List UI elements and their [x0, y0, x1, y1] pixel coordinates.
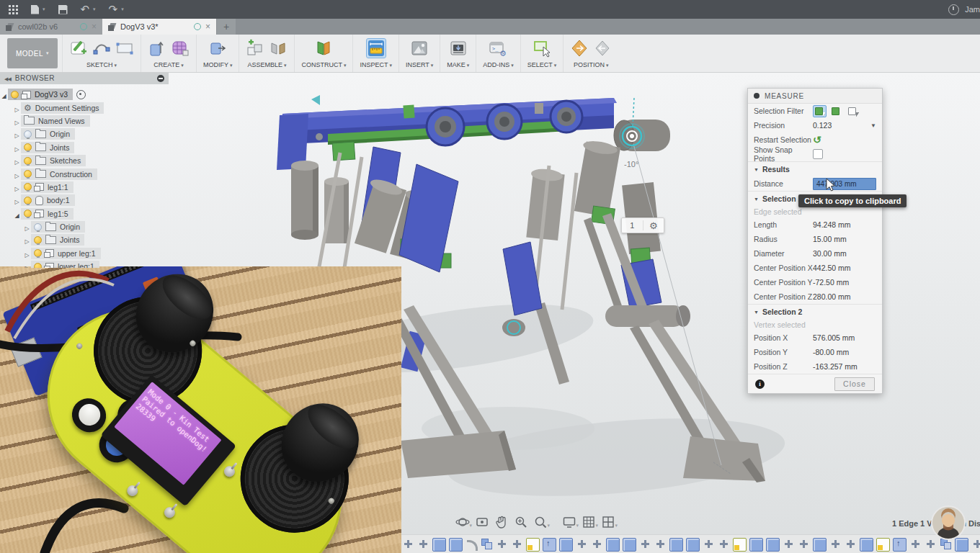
- box-feature-icon[interactable]: [449, 538, 463, 552]
- close-tab-icon[interactable]: ×: [92, 23, 97, 30]
- gear-icon[interactable]: [643, 219, 664, 232]
- move-feature-icon[interactable]: [417, 538, 429, 550]
- expand-icon[interactable]: [13, 168, 21, 181]
- extrude-feature-icon[interactable]: [543, 538, 556, 552]
- restart-selection-icon[interactable]: [813, 134, 821, 145]
- move-feature-icon[interactable]: [829, 538, 842, 550]
- expand-icon[interactable]: [13, 141, 21, 154]
- visibility-bulb-icon[interactable]: [34, 249, 42, 257]
- pan-icon[interactable]: [493, 513, 510, 531]
- close-button[interactable]: Close: [834, 377, 875, 391]
- tree-item-joints[interactable]: Joints: [0, 141, 169, 154]
- expand-icon[interactable]: [13, 102, 21, 114]
- move-feature-icon[interactable]: [654, 538, 667, 550]
- press-pull-icon[interactable]: [208, 39, 227, 58]
- move-feature-icon[interactable]: [909, 538, 922, 550]
- filter-face-icon[interactable]: [846, 105, 860, 117]
- move-feature-icon[interactable]: [639, 538, 651, 550]
- visibility-bulb-icon[interactable]: [11, 91, 19, 99]
- tree-item-document-settings[interactable]: Document Settings: [0, 101, 169, 114]
- move-feature-icon[interactable]: [845, 538, 857, 550]
- boxpair-feature-icon[interactable]: [481, 538, 493, 550]
- sketch-feature-icon[interactable]: [876, 538, 890, 552]
- filter-component-icon[interactable]: [829, 105, 843, 117]
- construct-plane-icon[interactable]: [314, 39, 333, 58]
- 3d-print-icon[interactable]: [449, 39, 468, 58]
- visibility-bulb-icon[interactable]: [24, 130, 32, 138]
- tree-item-leg1-5-joints[interactable]: Joints: [0, 233, 169, 246]
- box-feature-icon[interactable]: [432, 538, 446, 552]
- select-icon[interactable]: [533, 39, 551, 58]
- insert-image-icon[interactable]: [410, 39, 429, 58]
- move-feature-icon[interactable]: [591, 538, 603, 550]
- results-section-header[interactable]: Results: [748, 162, 882, 176]
- move-feature-icon[interactable]: [511, 538, 523, 550]
- move-feature-icon[interactable]: [971, 538, 980, 550]
- tree-item-lower-leg[interactable]: lower leg:1: [0, 260, 169, 268]
- tree-item-origin[interactable]: Origin: [0, 127, 169, 140]
- box-feature-icon[interactable]: [860, 538, 873, 552]
- undo-button[interactable]: ↶: [81, 4, 96, 14]
- tree-item-root[interactable]: DogV3 v3: [0, 88, 169, 101]
- workspace-selector[interactable]: MODEL: [7, 38, 58, 68]
- new-tab-button[interactable]: +: [217, 19, 236, 35]
- joint-icon[interactable]: [269, 39, 288, 58]
- expand-icon[interactable]: [23, 260, 31, 268]
- create-sketch-icon[interactable]: [69, 39, 88, 58]
- file-menu-button[interactable]: [31, 5, 45, 14]
- redo-button[interactable]: ↷: [109, 4, 124, 14]
- expand-icon[interactable]: [13, 207, 21, 220]
- tree-item-leg1-5[interactable]: leg1:5: [0, 207, 169, 220]
- box-feature-icon[interactable]: [955, 538, 968, 552]
- selection2-section-header[interactable]: Selection 2: [748, 305, 882, 319]
- expand-icon[interactable]: [13, 194, 21, 207]
- expand-icon[interactable]: [13, 114, 21, 127]
- viewports-icon[interactable]: [600, 513, 617, 531]
- move-feature-icon[interactable]: [783, 538, 795, 550]
- expand-icon[interactable]: [0, 88, 8, 101]
- precision-row[interactable]: Precision 0.123 ▼: [748, 118, 882, 132]
- spline-icon[interactable]: [92, 39, 111, 58]
- browser-header[interactable]: BROWSER: [0, 72, 169, 84]
- move-feature-icon[interactable]: [718, 538, 730, 550]
- sketch-feature-icon[interactable]: [733, 538, 747, 552]
- tab-cowl02b[interactable]: cowl02b v6 ×: [0, 19, 102, 35]
- close-tab-icon[interactable]: ×: [205, 23, 210, 30]
- visibility-bulb-icon[interactable]: [24, 143, 32, 151]
- box-feature-icon[interactable]: [606, 538, 620, 552]
- visibility-bulb-icon[interactable]: [24, 170, 32, 178]
- extrude-feature-icon[interactable]: [893, 538, 906, 552]
- expand-icon[interactable]: [13, 154, 21, 167]
- expand-icon[interactable]: [23, 247, 31, 260]
- selection-mini-toolbar[interactable]: 1: [621, 217, 664, 233]
- app-grid-icon[interactable]: [9, 5, 18, 14]
- box-feature-icon[interactable]: [559, 538, 573, 552]
- tab-dogv3[interactable]: DogV3 v3* ×: [102, 19, 216, 35]
- visibility-bulb-icon[interactable]: [24, 157, 32, 165]
- collapse-panel-icon[interactable]: [4, 74, 11, 82]
- move-feature-icon[interactable]: [925, 538, 937, 550]
- tree-item-sketches[interactable]: Sketches: [0, 154, 169, 167]
- snap-points-checkbox[interactable]: [813, 149, 823, 159]
- box-feature-icon[interactable]: [766, 538, 780, 552]
- move-feature-icon[interactable]: [798, 538, 810, 550]
- expand-icon[interactable]: [13, 181, 21, 194]
- collapse-all-icon[interactable]: [157, 75, 164, 82]
- form-icon[interactable]: [171, 39, 190, 58]
- box-feature-icon[interactable]: [669, 538, 683, 552]
- tree-item-leg1-5-origin[interactable]: Origin: [0, 220, 169, 233]
- expand-icon[interactable]: [23, 233, 31, 246]
- new-component-icon[interactable]: [246, 39, 264, 58]
- measure-icon[interactable]: [367, 39, 386, 58]
- layout-grid-icon[interactable]: [580, 513, 597, 531]
- arc-feature-icon[interactable]: [466, 538, 478, 550]
- visibility-bulb-icon[interactable]: [34, 223, 42, 231]
- visibility-bulb-icon[interactable]: [24, 183, 32, 191]
- tree-item-leg1-1[interactable]: leg1:1: [0, 181, 169, 194]
- move-feature-icon[interactable]: [402, 538, 414, 550]
- expand-icon[interactable]: [23, 220, 31, 233]
- orbit-icon[interactable]: [454, 513, 471, 531]
- filter-body-icon[interactable]: [813, 105, 827, 117]
- save-button[interactable]: [58, 5, 68, 14]
- drag-grip-icon[interactable]: [754, 93, 760, 99]
